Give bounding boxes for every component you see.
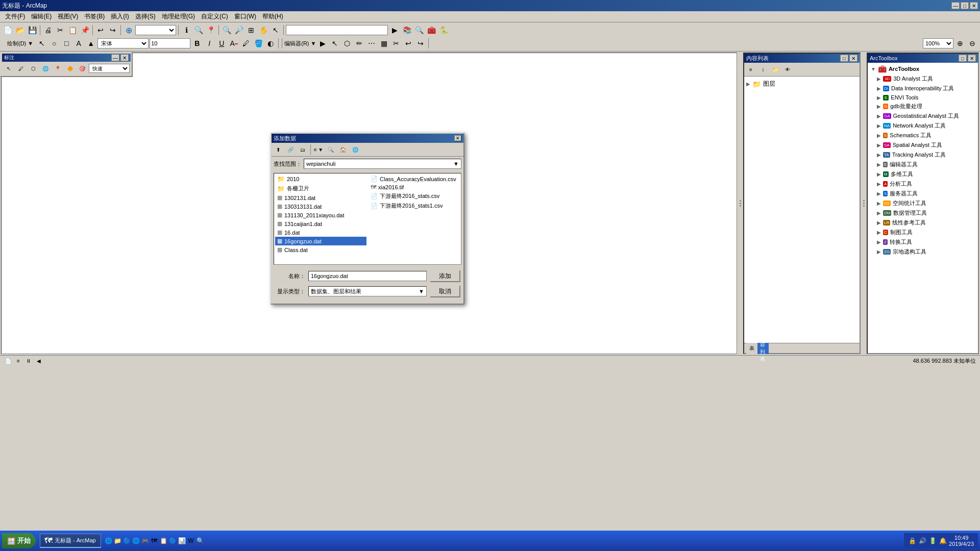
tool-multidim[interactable]: ▶ M 多维工具 bbox=[869, 169, 977, 179]
arcmap-toolbox[interactable]: 🧰 bbox=[426, 24, 437, 36]
toc-tab-table[interactable]: 表 bbox=[746, 343, 757, 354]
tool-3d-analyst[interactable]: ▶ 3D 3D Analyst 工具 bbox=[869, 74, 977, 84]
bold-button[interactable]: B bbox=[191, 38, 203, 49]
edit-tool-7[interactable]: ↩ bbox=[403, 38, 414, 49]
open-button[interactable]: 📂 bbox=[14, 24, 26, 36]
tool-server[interactable]: ▶ S 服务器工具 bbox=[869, 189, 977, 198]
tool-schematics[interactable]: ▶ S Schematics 工具 bbox=[869, 131, 977, 140]
menu-geoprocessing[interactable]: 地理处理(G) bbox=[159, 11, 198, 22]
editor-label[interactable]: 编辑器(R) ▼ bbox=[284, 40, 316, 47]
full-extent-button[interactable]: ⊞ bbox=[246, 24, 257, 36]
fill-color-button[interactable]: 🪣 bbox=[253, 38, 264, 49]
toc-layer-group[interactable]: ▶ 📁 图层 bbox=[746, 79, 857, 89]
tray-network[interactable]: 🔒 bbox=[908, 537, 916, 545]
annot-tool-2[interactable]: 🖊 bbox=[15, 63, 27, 74]
draw-tool-5[interactable]: ▲ bbox=[85, 38, 96, 49]
annot-tool-5[interactable]: 📍 bbox=[52, 63, 63, 74]
taskbar-icon-ie[interactable]: 🌐 bbox=[104, 537, 112, 545]
menu-file[interactable]: 文件(F) bbox=[2, 11, 28, 22]
tool-geostat[interactable]: ▶ GA Geostatistical Analyst 工具 bbox=[869, 111, 977, 121]
menu-edit[interactable]: 编辑(E) bbox=[28, 11, 55, 22]
toc-source[interactable]: 📁 bbox=[770, 64, 781, 75]
edit-tool-1[interactable]: ↖ bbox=[329, 38, 340, 49]
close-button[interactable]: ✕ bbox=[970, 2, 978, 9]
resize-handle-1[interactable] bbox=[738, 52, 742, 355]
taskbar-icon-clipboard[interactable]: 📋 bbox=[159, 537, 167, 545]
zoom-dropdown[interactable]: 100% bbox=[923, 38, 953, 48]
status-btn-1[interactable]: 📄 bbox=[4, 357, 12, 365]
highlight-button[interactable]: 🖊 bbox=[240, 38, 252, 49]
save-button[interactable]: 💾 bbox=[27, 24, 38, 36]
draw-tool-4[interactable]: A bbox=[73, 38, 84, 49]
status-btn-4[interactable]: ◀ bbox=[35, 357, 43, 365]
tray-battery[interactable]: 🔋 bbox=[928, 537, 937, 545]
edit-tool-3[interactable]: ✏ bbox=[354, 38, 365, 49]
tool-data-mgmt[interactable]: ▶ DM 数据管理工具 bbox=[869, 208, 977, 218]
pan-button[interactable]: ✋ bbox=[258, 24, 269, 36]
maximize-button[interactable]: □ bbox=[961, 2, 969, 9]
python-button[interactable]: 🐍 bbox=[438, 24, 449, 36]
zoom-out-button[interactable]: 🔎 bbox=[233, 24, 244, 36]
paste-button[interactable]: 📌 bbox=[79, 24, 90, 36]
menu-select[interactable]: 选择(S) bbox=[132, 11, 159, 22]
find-button[interactable]: 🔍 bbox=[193, 24, 204, 36]
arcmap-search[interactable]: 🔍 bbox=[413, 24, 425, 36]
tool-analysis[interactable]: ▶ A 分析工具 bbox=[869, 179, 977, 189]
cut-button[interactable]: ✂ bbox=[55, 24, 66, 36]
toc-expand[interactable]: □ bbox=[840, 55, 848, 62]
annotation-close[interactable]: ✕ bbox=[120, 54, 129, 61]
toc-visibility[interactable]: 👁 bbox=[782, 64, 793, 75]
taskbar-icon-search[interactable]: 🔍 bbox=[196, 537, 204, 545]
toolbox-close[interactable]: ✕ bbox=[968, 55, 976, 62]
copy-button[interactable]: 📋 bbox=[67, 24, 78, 36]
zoom-btn-2[interactable]: ⊖ bbox=[967, 38, 978, 49]
taskbar-arcmap[interactable]: 🗺 无标题 - ArcMap bbox=[40, 534, 101, 548]
edit-tool-2[interactable]: ⬡ bbox=[341, 38, 353, 49]
toc-list-view[interactable]: ≡ bbox=[745, 64, 756, 75]
search-go-button[interactable]: ▶ bbox=[389, 24, 400, 36]
tool-envi[interactable]: ▶ E ENVI Tools bbox=[869, 93, 977, 102]
tool-spatial[interactable]: ▶ SA Spatial Analyst 工具 bbox=[869, 140, 977, 150]
taskbar-icon-game[interactable]: 🎮 bbox=[141, 537, 149, 545]
tray-notification[interactable]: 🔔 bbox=[939, 537, 947, 545]
catalog-button[interactable]: 📚 bbox=[401, 24, 412, 36]
tool-carto[interactable]: ▶ C 制图工具 bbox=[869, 228, 977, 237]
edit-tool-5[interactable]: ▦ bbox=[378, 38, 389, 49]
tool-data-interop[interactable]: ▶ DI Data Interoperability 工具 bbox=[869, 84, 977, 93]
draw-tool-2[interactable]: ○ bbox=[48, 38, 60, 49]
draw-tool-3[interactable]: □ bbox=[61, 38, 72, 49]
shadow-button[interactable]: ◐ bbox=[265, 38, 276, 49]
status-btn-2[interactable]: ≡ bbox=[14, 357, 22, 365]
toc-tab-content[interactable]: 内容列表 bbox=[757, 343, 769, 354]
taskbar-icon-word[interactable]: W bbox=[187, 537, 195, 545]
annot-dropdown[interactable]: 快速 bbox=[89, 64, 130, 73]
taskbar-icon-map[interactable]: 🗺 bbox=[150, 537, 158, 545]
annot-tool-4[interactable]: 🌐 bbox=[40, 63, 51, 74]
annot-tool-6[interactable]: 🔶 bbox=[64, 63, 76, 74]
edit-play[interactable]: ▶ bbox=[317, 38, 328, 49]
redo-button[interactable]: ↪ bbox=[107, 24, 118, 36]
goto-xy-button[interactable]: 📍 bbox=[205, 24, 216, 36]
tool-editor[interactable]: ▶ E 编辑器工具 bbox=[869, 160, 977, 169]
taskbar-icon-blue2[interactable]: 🔵 bbox=[168, 537, 177, 545]
add-data-button[interactable]: ⊕ bbox=[123, 24, 134, 36]
undo-button[interactable]: ↩ bbox=[95, 24, 106, 36]
edit-tool-6[interactable]: ✂ bbox=[390, 38, 402, 49]
annot-tool-3[interactable]: ⬡ bbox=[28, 63, 39, 74]
tool-linear-ref[interactable]: ▶ LR 线性参考工具 bbox=[869, 218, 977, 228]
taskbar-icon-excel[interactable]: 📊 bbox=[178, 537, 186, 545]
underline-button[interactable]: U bbox=[216, 38, 227, 49]
tool-tracking[interactable]: ▶ TA Tracking Analyst 工具 bbox=[869, 150, 977, 160]
tool-parcel[interactable]: ▶ ZG 宗地遗构工具 bbox=[869, 247, 977, 257]
toc-draw-order[interactable]: ↕ bbox=[757, 64, 769, 75]
zoom-in-button[interactable]: 🔍 bbox=[221, 24, 232, 36]
italic-button[interactable]: I bbox=[204, 38, 215, 49]
menu-window[interactable]: 窗口(W) bbox=[231, 11, 259, 22]
tool-network[interactable]: ▶ NA Network Analyst 工具 bbox=[869, 121, 977, 131]
menu-customize[interactable]: 自定义(C) bbox=[198, 11, 231, 22]
search-input[interactable] bbox=[286, 25, 388, 35]
resize-handle-2[interactable] bbox=[862, 52, 866, 355]
identify-button[interactable]: ℹ bbox=[181, 24, 192, 36]
font-family-dropdown[interactable]: 宋体 bbox=[97, 38, 149, 48]
taskbar-icon-folder[interactable]: 📁 bbox=[113, 537, 121, 545]
